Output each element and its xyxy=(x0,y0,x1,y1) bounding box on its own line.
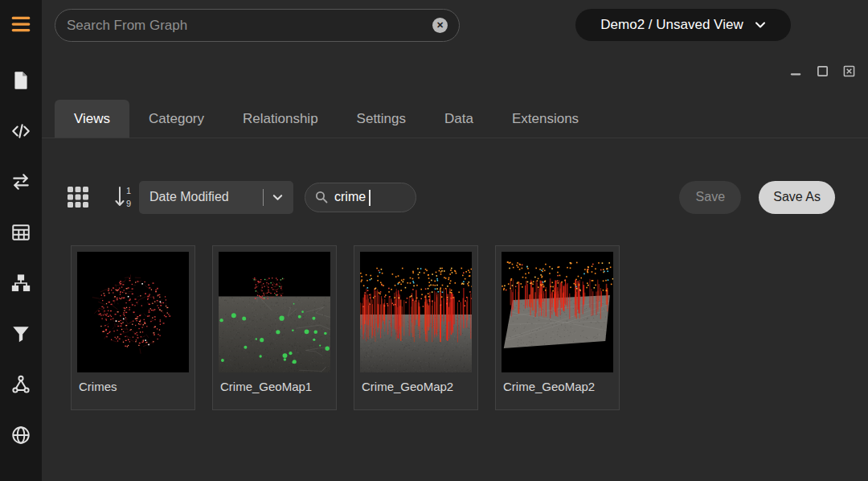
filter-icon[interactable] xyxy=(9,322,33,346)
graph-search-input[interactable] xyxy=(67,18,424,34)
window-controls xyxy=(789,64,855,77)
tab-bar: Views Category Relationship Settings Dat… xyxy=(42,100,868,138)
search-icon xyxy=(315,191,328,204)
network-icon[interactable] xyxy=(9,372,33,397)
views-search-field xyxy=(305,183,416,212)
chevron-down-icon xyxy=(755,19,766,31)
minimize-button[interactable] xyxy=(789,64,802,77)
tab-views[interactable]: Views xyxy=(55,100,129,138)
view-card[interactable]: Crime_GeoMap2 xyxy=(354,245,478,410)
tab-label: Settings xyxy=(357,111,406,127)
svg-text:1: 1 xyxy=(126,186,131,195)
table-icon[interactable] xyxy=(9,220,33,245)
tab-data[interactable]: Data xyxy=(425,100,493,138)
card-thumbnail xyxy=(219,252,330,372)
text-cursor xyxy=(369,190,371,206)
sort-field-value: Date Modified xyxy=(149,190,229,204)
view-card[interactable]: Crime_GeoMap2 xyxy=(495,245,620,410)
view-selector-label: Demo2 / Unsaved View xyxy=(600,17,743,33)
graph-search-field: ✕ xyxy=(55,9,460,42)
tab-settings[interactable]: Settings xyxy=(338,100,425,138)
tab-label: Views xyxy=(74,111,110,127)
tab-category[interactable]: Category xyxy=(129,100,223,138)
tab-relationship[interactable]: Relationship xyxy=(223,100,338,138)
tab-label: Relationship xyxy=(243,111,318,127)
card-thumbnail xyxy=(77,252,189,372)
view-selector[interactable]: Demo2 / Unsaved View xyxy=(575,9,791,41)
card-thumbnail xyxy=(360,252,472,372)
save-as-button[interactable]: Save As xyxy=(759,181,835,214)
card-title: Crime_GeoMap2 xyxy=(354,372,477,393)
tab-label: Extensions xyxy=(512,111,579,127)
card-thumbnail xyxy=(502,252,613,372)
card-title: Crime_GeoMap1 xyxy=(213,372,336,393)
sort-field-dropdown[interactable]: Date Modified xyxy=(139,181,293,214)
code-icon[interactable] xyxy=(9,119,33,143)
swap-arrows-icon[interactable] xyxy=(9,170,33,194)
menu-icon[interactable] xyxy=(9,12,33,36)
tab-label: Category xyxy=(149,111,204,127)
svg-text:9: 9 xyxy=(126,199,131,208)
document-icon[interactable] xyxy=(9,68,33,92)
views-search-input[interactable] xyxy=(334,190,394,204)
tab-extensions[interactable]: Extensions xyxy=(493,100,598,138)
views-toolbar: 19 Date Modified Save Save As xyxy=(66,180,835,214)
view-card[interactable]: Crimes xyxy=(71,245,195,410)
clear-search-icon[interactable]: ✕ xyxy=(432,18,448,33)
chevron-down-icon xyxy=(272,192,283,203)
tab-label: Data xyxy=(444,111,473,127)
card-title: Crime_GeoMap2 xyxy=(496,372,619,393)
save-button[interactable]: Save xyxy=(679,181,741,214)
globe-icon[interactable] xyxy=(9,423,33,447)
maximize-button[interactable] xyxy=(816,64,829,77)
grid-view-icon[interactable] xyxy=(66,185,90,209)
sidebar xyxy=(0,0,42,481)
views-grid: Crimes Crime_GeoMap1 Crime_GeoMap2 Crime… xyxy=(71,245,620,410)
view-card[interactable]: Crime_GeoMap1 xyxy=(212,245,337,410)
app-window: ✕ Demo2 / Unsaved View Views Category Re… xyxy=(0,0,868,481)
close-button[interactable] xyxy=(842,64,855,77)
sort-descending-icon[interactable]: 19 xyxy=(113,185,135,209)
dropdown-divider xyxy=(263,189,264,206)
hierarchy-icon[interactable] xyxy=(9,271,33,295)
card-title: Crimes xyxy=(72,372,194,393)
